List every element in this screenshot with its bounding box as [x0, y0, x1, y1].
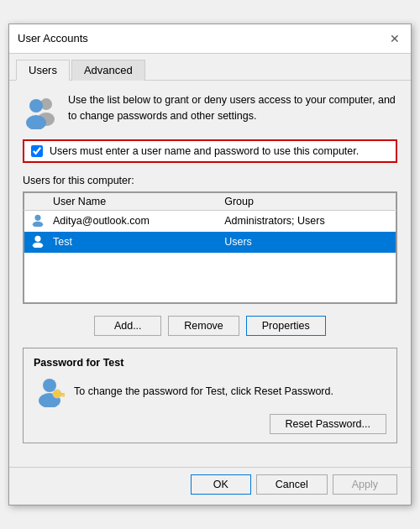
info-box: Use the list below to grant or deny user…: [23, 92, 397, 128]
col-username: User Name: [46, 192, 218, 210]
svg-point-2: [29, 99, 43, 113]
password-icon: [34, 375, 66, 407]
users-section-label: Users for this computer:: [23, 175, 397, 186]
svg-point-8: [43, 379, 56, 392]
footer-buttons: OK Cancel Apply: [9, 467, 411, 505]
users-section: Users for this computer: User Name Group: [23, 175, 397, 305]
table-row[interactable]: Aditya@outlook.com Administrators; Users: [24, 210, 396, 232]
main-content: Use the list below to grant or deny user…: [9, 81, 411, 468]
user-icon: [31, 213, 45, 227]
password-section: Password for Test To change the password…: [23, 348, 397, 443]
row2-icon-cell: [24, 232, 47, 253]
apply-button[interactable]: Apply: [333, 474, 397, 495]
svg-rect-12: [63, 395, 65, 397]
table-action-buttons: Add... Remove Properties: [23, 316, 397, 336]
users-info-icon: [23, 92, 58, 128]
row2-group: Users: [218, 232, 396, 253]
col-group: Group: [218, 192, 396, 210]
tab-users[interactable]: Users: [16, 60, 70, 81]
user-accounts-window: User Accounts ✕ Users Advanced: [8, 24, 412, 506]
row2-username: Test: [46, 232, 218, 253]
svg-point-4: [34, 215, 40, 221]
password-user-icon: [34, 375, 66, 407]
svg-point-7: [33, 243, 43, 248]
must-enter-password-checkbox[interactable]: [31, 145, 43, 157]
svg-point-6: [34, 236, 40, 242]
svg-point-5: [33, 222, 43, 227]
table-row[interactable]: Test Users: [24, 232, 396, 253]
password-text: To change the password for Test, click R…: [74, 385, 386, 397]
tab-bar: Users Advanced: [9, 54, 411, 81]
users-table-inner: User Name Group: [24, 192, 396, 304]
info-text: Use the list below to grant or deny user…: [68, 92, 397, 124]
empty-row: [24, 278, 396, 303]
users-icon-svg: [23, 92, 60, 129]
window-title: User Accounts: [18, 32, 88, 45]
col-icon: [24, 192, 47, 210]
close-button[interactable]: ✕: [387, 31, 402, 46]
row1-group: Administrators; Users: [218, 210, 396, 232]
tab-advanced[interactable]: Advanced: [71, 60, 145, 81]
title-bar: User Accounts ✕: [9, 24, 411, 54]
row1-username: Aditya@outlook.com: [46, 210, 218, 232]
checkbox-label: Users must enter a user name and passwor…: [50, 145, 359, 157]
svg-rect-13: [61, 395, 63, 397]
users-table: User Name Group: [24, 192, 396, 304]
users-table-wrapper: User Name Group: [23, 191, 397, 305]
row1-icon-cell: [24, 210, 47, 232]
reset-password-button[interactable]: Reset Password...: [270, 414, 386, 434]
remove-button[interactable]: Remove: [168, 316, 239, 336]
ok-button[interactable]: OK: [191, 474, 251, 495]
must-enter-password-row: Users must enter a user name and passwor…: [23, 139, 397, 163]
reset-password-wrap: Reset Password...: [34, 414, 386, 434]
empty-row: [24, 253, 396, 278]
user-icon: [31, 234, 45, 248]
password-section-title: Password for Test: [34, 357, 386, 369]
svg-rect-11: [60, 393, 65, 395]
password-inner: To change the password for Test, click R…: [34, 375, 386, 407]
properties-button[interactable]: Properties: [246, 316, 326, 336]
cancel-button[interactable]: Cancel: [256, 474, 328, 495]
add-button[interactable]: Add...: [94, 316, 161, 336]
